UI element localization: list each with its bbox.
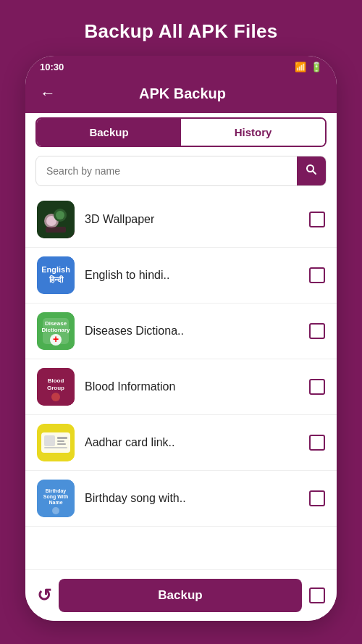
app-icon-english-hindi: English हिन्दी [37, 256, 75, 294]
svg-point-20 [51, 393, 60, 401]
app-checkbox[interactable] [309, 212, 325, 227]
app-checkbox[interactable] [309, 490, 325, 506]
app-name: Diseases Dictiona.. [85, 325, 299, 338]
tab-backup[interactable]: Backup [37, 119, 181, 146]
svg-text:Disease: Disease [45, 320, 67, 327]
tabs-container: Backup History [35, 117, 327, 147]
svg-text:English: English [41, 265, 70, 274]
back-button[interactable]: ← [40, 84, 56, 103]
content-area: 3D Wallpaper English हिन्दी English to h… [25, 147, 337, 569]
bottom-bar: ↺ Backup [25, 569, 337, 621]
search-input[interactable] [36, 158, 297, 184]
svg-text:Blood: Blood [48, 377, 64, 384]
list-item: Aadhar card link.. [25, 415, 337, 471]
status-icons: 📶 🔋 [295, 62, 322, 72]
app-icon-blood: Blood Group [37, 368, 75, 406]
svg-text:Song With: Song With [43, 494, 69, 500]
svg-point-32 [52, 507, 59, 514]
svg-text:Name: Name [49, 500, 62, 505]
list-item: Blood Group Blood Information [25, 359, 337, 415]
app-name: English to hindi.. [85, 269, 299, 282]
svg-rect-7 [46, 227, 66, 233]
svg-rect-26 [57, 443, 66, 445]
list-item: Birthday Song With Name Birthday song wi… [25, 471, 337, 527]
list-item: English हिन्दी English to hindi.. [25, 248, 337, 304]
app-list: 3D Wallpaper English हिन्दी English to h… [25, 192, 337, 569]
svg-rect-24 [57, 437, 67, 439]
app-name: Aadhar card link.. [85, 436, 299, 449]
header-title: APK Backup [64, 85, 300, 102]
app-checkbox[interactable] [309, 323, 325, 339]
wifi-icon: 📶 [295, 62, 306, 72]
svg-text:+: + [53, 333, 59, 345]
phone-frame: 10:30 📶 🔋 ← APK Backup Backup History [25, 56, 337, 621]
app-name: Birthday song with.. [85, 492, 299, 505]
svg-line-1 [313, 171, 316, 174]
app-header: ← APK Backup [25, 77, 337, 113]
svg-rect-25 [57, 440, 64, 442]
svg-text:हिन्दी: हिन्दी [49, 275, 64, 284]
svg-text:Group: Group [47, 385, 64, 391]
svg-rect-23 [44, 435, 55, 446]
app-icon-aadhar [37, 424, 75, 461]
svg-point-6 [56, 211, 64, 219]
tab-history[interactable]: History [181, 119, 325, 146]
app-icon-3d-wallpaper [37, 201, 75, 238]
list-item: 3D Wallpaper [25, 192, 337, 248]
app-name: 3D Wallpaper [85, 213, 299, 226]
app-icon-diseases: Disease Dictionary + [37, 312, 75, 350]
app-icon-birthday: Birthday Song With Name [37, 480, 75, 517]
search-bar [35, 156, 327, 186]
page-title: Backup All APK Files [84, 20, 277, 43]
backup-button[interactable]: Backup [59, 579, 302, 612]
app-name: Blood Information [85, 380, 299, 393]
svg-text:Dictionary: Dictionary [41, 327, 70, 333]
search-icon [306, 164, 317, 178]
search-button[interactable] [297, 156, 326, 185]
app-checkbox[interactable] [309, 379, 325, 395]
bottom-checkbox[interactable] [309, 587, 325, 603]
svg-rect-27 [44, 447, 67, 448]
refresh-icon[interactable]: ↺ [37, 585, 51, 606]
svg-text:Birthday: Birthday [46, 488, 67, 494]
battery-icon: 🔋 [311, 62, 322, 72]
status-time: 10:30 [40, 62, 64, 72]
app-checkbox[interactable] [309, 267, 325, 283]
list-item: Disease Dictionary + Diseases Dictiona.. [25, 304, 337, 359]
app-checkbox[interactable] [309, 435, 325, 451]
status-bar: 10:30 📶 🔋 [25, 56, 337, 77]
